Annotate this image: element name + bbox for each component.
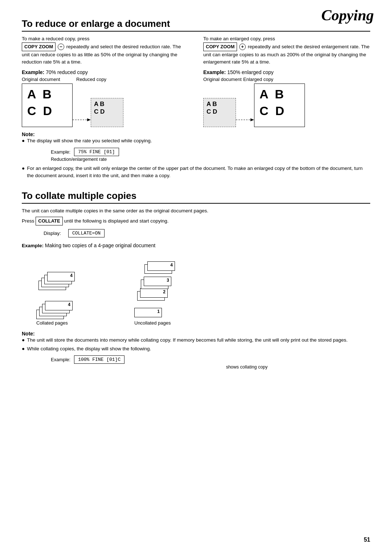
- plus-icon: +: [239, 44, 246, 50]
- arrow-svg-reduce: [73, 116, 91, 123]
- collated-stack-col: 1 2 3 4 1 2 3 4 Collated pages: [36, 252, 83, 326]
- enlarge-arrow: [236, 83, 254, 127]
- collate-heading: To collate multiple copies: [22, 190, 370, 204]
- collated-label: Collated pages: [36, 320, 68, 326]
- collate-stacks: 1 2 3 4 1 2 3 4 Collated pages: [36, 252, 370, 326]
- sheet-u-2b: 2: [140, 288, 168, 298]
- page-number: 51: [364, 537, 370, 543]
- display-example-row-2: Example: 100% FINE [01]C: [51, 355, 370, 364]
- copy-label-reduce: Reduced copy: [76, 77, 106, 82]
- reduce-example-label: Example: 70% reduced copy: [22, 69, 189, 75]
- arrow-svg-enlarge: [236, 116, 254, 123]
- reduce-intro: To make a reduced copy, press COPY ZOOM …: [22, 35, 189, 66]
- uncollated-stack-col: 1 2 2 3 3 4 4 Uncollated pages: [134, 252, 189, 326]
- reduce-enlarge-section: To reduce or enlarge a document To make …: [22, 18, 370, 179]
- note-bullet-2: ● For an enlarged copy, the unit will on…: [22, 165, 370, 180]
- sheet-u-4b: 4: [147, 261, 175, 271]
- enlarge-diagram-labels: Original document Enlarged copy: [203, 77, 370, 82]
- enlarge-diagram: A B C D A B C D: [203, 83, 370, 127]
- sheet-u-1: 1: [134, 308, 162, 317]
- reduction-label: Reduction/enlargement rate: [51, 157, 370, 162]
- note-heading-2: Note:: [22, 331, 370, 337]
- example-text-label-2: Example:: [51, 357, 70, 362]
- page-title: Copying: [321, 7, 374, 24]
- collate-example-label: Example: Making two copies of a 4-page o…: [22, 243, 370, 248]
- orig-row1-reduce: A B: [27, 87, 67, 101]
- orig-label-reduce: Original document: [22, 77, 76, 82]
- enlarge-column: To make an enlarged copy, press COPY ZOO…: [203, 35, 370, 127]
- enlarge-intro: To make an enlarged copy, press COPY ZOO…: [203, 35, 370, 66]
- collate-display-label: Display:: [44, 231, 61, 236]
- example-text-label: Example:: [51, 149, 70, 155]
- minus-icon: −: [58, 44, 64, 50]
- copy-zoom-button-reduce[interactable]: COPY ZOOM: [22, 42, 56, 51]
- small-row1: A B: [94, 101, 120, 108]
- copy-label-enlarge: Enlarged copy: [243, 77, 273, 82]
- reduced-doc: A B C D: [91, 98, 123, 127]
- reduce-enlarge-heading: To reduce or enlarge a document: [22, 18, 370, 32]
- original-doc-reduce: A B C D: [22, 83, 73, 127]
- enlarge-example-label: Example: 150% enlarged copy: [203, 69, 370, 75]
- collate-button[interactable]: COLLATE: [36, 217, 62, 225]
- uncollated-4s: 4 4: [144, 252, 173, 274]
- reduce-diagram: A B C D A B C D: [22, 83, 189, 127]
- collated-stack-visual: 1 2 3 4 1 2 3 4: [36, 252, 83, 317]
- orig-row2-reduce: C D: [27, 104, 67, 118]
- sheet-u-3b: 3: [144, 277, 171, 286]
- svg-marker-3: [250, 118, 254, 121]
- collate-display-row: Display: COLLATE=ON: [44, 229, 370, 237]
- note-section-2: Note: ● The unit will store the document…: [22, 331, 370, 370]
- note-heading-1: Note:: [22, 131, 370, 137]
- enlarged-row2: C D: [260, 104, 299, 118]
- sheet-c-4: 4: [45, 301, 73, 310]
- sheet-c-4b: 4: [47, 272, 75, 281]
- enlarged-row1: A B: [260, 87, 299, 101]
- note-bullet-1: ● The display will show the rate you sel…: [22, 137, 370, 144]
- display-example-wrapper: 75% FINE [01]: [74, 148, 119, 156]
- small-orig-doc: A B C D: [203, 98, 236, 127]
- collate-display-box: COLLATE=ON: [68, 229, 105, 237]
- reduce-diagram-labels: Original document Reduced copy: [22, 77, 189, 82]
- collate-section: To collate multiple copies The unit can …: [22, 190, 370, 370]
- small-row2: C D: [94, 108, 120, 115]
- display-box-2: 100% FINE [01]C: [74, 355, 124, 364]
- uncollated-label: Uncollated pages: [134, 320, 171, 326]
- display-example-row: Example: 75% FINE [01]: [51, 148, 370, 156]
- collate-note-bullet-2: ● While collating copies, the display wi…: [22, 345, 370, 353]
- copy-zoom-button-enlarge[interactable]: COPY ZOOM: [203, 42, 237, 51]
- enlarged-doc: A B C D: [254, 83, 305, 127]
- reduced-doc-container: A B C D: [91, 83, 123, 127]
- orig-label-enlarge: Original document: [203, 77, 243, 82]
- svg-marker-1: [87, 118, 91, 121]
- uncollated-stack-visual: 1 2 2 3 3 4 4: [134, 252, 189, 317]
- collate-display-note: shows collating copy: [123, 364, 370, 370]
- collate-desc1: The unit can collate multiple copies in …: [22, 207, 370, 215]
- note-section-1: Note: ● The display will show the rate y…: [22, 131, 370, 179]
- small-orig-container: A B C D: [203, 83, 236, 127]
- reduce-enlarge-columns: To make a reduced copy, press COPY ZOOM …: [22, 35, 370, 127]
- reduce-arrow: [73, 83, 91, 127]
- reduce-column: To make a reduced copy, press COPY ZOOM …: [22, 35, 189, 127]
- small-orig-row1: A B: [207, 101, 233, 108]
- collate-note-bullet-1: ● The unit will store the documents into…: [22, 337, 370, 344]
- display-box-1: 75% FINE [01]: [74, 148, 119, 156]
- collate-desc2: Press COLLATE until the following is dis…: [22, 217, 370, 225]
- small-orig-row2: C D: [207, 108, 233, 115]
- collated-first-set: 1 2 3 4: [38, 252, 68, 290]
